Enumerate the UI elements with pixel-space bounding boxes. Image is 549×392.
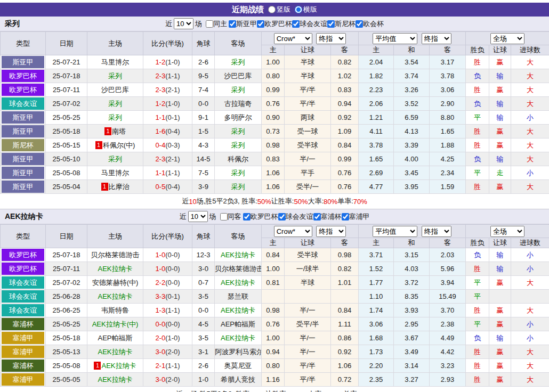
match-row: 塞浦杯 25-05-25 1AEK拉纳卡(中) 0-0(0-0) 4-5 1AE… xyxy=(1,317,549,331)
same-venue-checkbox[interactable]: 同主 xyxy=(206,19,227,29)
result-outcome: 平 xyxy=(466,290,489,304)
match-count-select[interactable]: 10 xyxy=(174,18,193,29)
bookmaker-group-header: Crow* 终指 xyxy=(262,225,359,238)
bookmaker-odds-time-select[interactable]: 终指 xyxy=(316,33,346,44)
vertical-radio-input[interactable] xyxy=(268,6,276,13)
bookmaker-select[interactable]: Crow* xyxy=(274,226,312,237)
league-filter-checkbox[interactable]: 斯亚甲 xyxy=(229,19,257,29)
result-goals: 大 xyxy=(511,276,549,290)
rank-1-badge: 1 xyxy=(95,141,102,149)
home-team-name: 马里博尔 xyxy=(101,169,129,177)
corner-score: 7-4 xyxy=(192,83,215,97)
home-team-name: AEK拉纳卡 xyxy=(98,292,132,300)
avg-away-odds: 2.93 xyxy=(430,373,466,387)
league-filter-input[interactable] xyxy=(292,20,300,28)
league-filter-checkbox[interactable]: 塞浦甲 xyxy=(342,212,370,222)
home-team-name: 比摩治 xyxy=(109,183,130,191)
handicap-line: 受半球 xyxy=(285,248,331,262)
home-team-name: 科佩尔(中) xyxy=(103,141,135,149)
league-filter-input[interactable] xyxy=(313,213,321,220)
vertical-radio-label: 竖版 xyxy=(277,5,290,14)
average-select[interactable]: 平均值 xyxy=(373,226,417,237)
away-team-name: AEK拉纳卡 xyxy=(221,279,255,287)
league-filter-checkbox[interactable]: 欧会杯 xyxy=(356,19,384,29)
home-team-cell: 1韦斯特鲁 xyxy=(87,304,143,317)
score-cell: 0-5(0-4) xyxy=(143,180,192,194)
same-venue-input[interactable] xyxy=(206,20,213,28)
result-outcome: 平 xyxy=(466,317,489,331)
league-filter-checkbox[interactable]: 欧罗巴杯 xyxy=(243,212,278,222)
league-filter-input[interactable] xyxy=(342,213,349,220)
average-odds-time-select[interactable]: 终指 xyxy=(422,226,451,237)
corner-score: 4-3 xyxy=(192,138,215,152)
league-filter-input[interactable] xyxy=(243,213,251,220)
bookmaker-odds-time-select[interactable]: 终指 xyxy=(316,226,346,237)
league-filter-checkbox[interactable]: 塞浦杯 xyxy=(313,212,342,222)
rank-1-badge: 1 xyxy=(94,362,101,370)
summary-segment: 70% xyxy=(353,198,367,206)
unit-label: 场 xyxy=(195,19,202,29)
away-team-cell: 1AEK拉纳卡 xyxy=(215,304,262,317)
score-cell: 2-3(2-1) xyxy=(143,152,192,166)
league-filter-checkbox[interactable]: 斯尼杯 xyxy=(327,19,356,29)
halftime-score: (1-0) xyxy=(165,58,180,66)
result-outcome: 胜 xyxy=(466,304,489,317)
league-badge: 斯亚甲 xyxy=(2,56,44,68)
halftime-score: (1-0) xyxy=(165,334,180,342)
match-row: 斯亚甲 25-05-25 1采列 1-1(0-1) 9-1 1多明萨尔 0.90… xyxy=(1,111,549,125)
same-venue-checkbox[interactable]: 同客 xyxy=(220,212,241,222)
league-filter-checkbox[interactable]: 欧罗巴杯 xyxy=(257,19,292,29)
same-venue-input[interactable] xyxy=(220,213,228,220)
away-team-cell: 1阿波罗利马索尔 xyxy=(215,345,262,359)
match-date: 25-05-05 xyxy=(46,373,87,387)
result-goals: 大 xyxy=(511,69,549,83)
league-badge: 欧罗巴杯 xyxy=(2,249,44,261)
match-row: 球会友谊 25-06-28 1AEK拉纳卡 3-3(0-1) 3-5 1瑟兰联 … xyxy=(1,290,549,304)
bookmaker-select[interactable]: Crow* xyxy=(274,33,312,44)
col-header-corner: 角球 xyxy=(192,32,215,55)
subcol-odds-home: 主 xyxy=(262,45,285,55)
result-handicap: 赢 xyxy=(489,317,511,331)
handicap-line: 平/半 xyxy=(285,83,331,97)
result-handicap: 走 xyxy=(489,166,511,180)
league-filter-input[interactable] xyxy=(229,20,236,28)
away-team-name: 奥莫尼亚 xyxy=(224,362,252,370)
score-cell: 2-1(1-1) xyxy=(143,359,192,373)
result-outcome: 负 xyxy=(466,152,489,166)
fulltime-select[interactable]: 全场 xyxy=(490,226,524,237)
match-date: 25-05-15 xyxy=(46,138,87,152)
away-team-cell: 1古拉瑞奇 xyxy=(215,97,262,111)
match-date: 25-05-10 xyxy=(46,152,87,166)
match-count-select[interactable]: 10 xyxy=(188,211,208,222)
league-filter-input[interactable] xyxy=(278,213,286,220)
avg-home-odds: 1.77 xyxy=(359,276,394,290)
avg-home-odds: 3.71 xyxy=(359,248,394,262)
layout-radio-vertical[interactable]: 竖版 xyxy=(268,5,290,14)
corner-score: 1-0 xyxy=(192,373,215,387)
match-date: 25-07-18 xyxy=(46,248,87,262)
league-filter-checkbox[interactable]: 球会友谊 xyxy=(278,212,313,222)
summary-segment: 大率: xyxy=(308,197,324,206)
match-date: 25-07-21 xyxy=(46,55,87,69)
layout-radio-horizontal[interactable]: 横版 xyxy=(295,5,317,14)
league-filter-input[interactable] xyxy=(356,20,363,28)
away-team-name: 采列 xyxy=(231,86,245,94)
league-filter-checkbox[interactable]: 球会友谊 xyxy=(292,19,327,29)
fulltime-score: 3-0 xyxy=(155,348,165,356)
fulltime-score: 1-1 xyxy=(155,113,165,121)
average-select[interactable]: 平均值 xyxy=(373,33,417,44)
match-date: 25-05-08 xyxy=(46,359,87,373)
average-odds-time-select[interactable]: 终指 xyxy=(422,33,451,44)
league-badge: 球会友谊 xyxy=(2,304,44,316)
corner-score: 9-5 xyxy=(192,69,215,83)
fulltime-select[interactable]: 全场 xyxy=(490,33,524,44)
corner-score: 7-5 xyxy=(192,166,215,180)
league-filter-input[interactable] xyxy=(257,20,264,28)
summary-segment: 单率: xyxy=(337,197,353,206)
home-team-name: AEK拉纳卡(中) xyxy=(92,320,139,328)
horizontal-radio-input[interactable] xyxy=(295,6,302,13)
handicap-line: 一/球半 xyxy=(285,262,331,276)
league-filter-input[interactable] xyxy=(327,20,335,28)
avg-away-odds: 1.88 xyxy=(430,138,466,152)
away-team-name: 采列 xyxy=(231,127,245,135)
